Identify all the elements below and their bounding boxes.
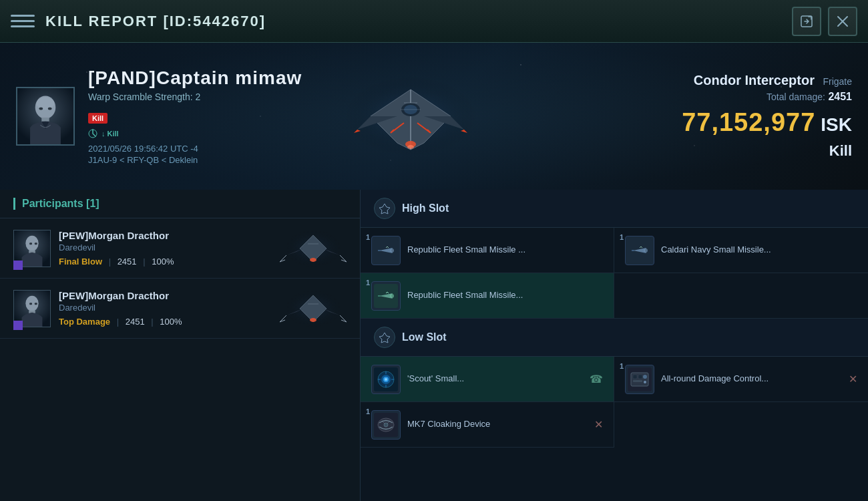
- delete-cloak[interactable]: ✕: [594, 418, 603, 431]
- item-icon-cloak: [371, 410, 401, 440]
- ship-type: Frigate: [823, 76, 852, 87]
- high-slot-section: High Slot 1: [361, 190, 868, 319]
- low-slot-header: Low Slot: [361, 319, 868, 357]
- kill-result: Kill: [682, 142, 852, 160]
- participants-label: Participants: [22, 198, 83, 209]
- participant-ship-img-2: [280, 285, 347, 332]
- damage-value: 2451: [828, 91, 852, 102]
- svg-point-52: [643, 375, 647, 379]
- item-icon-scout: [371, 365, 401, 394]
- participants-header: Participants [1]: [0, 190, 360, 218]
- damage-1: 2451: [118, 257, 137, 267]
- item-qty-dc: 1: [620, 362, 624, 370]
- avatar-inner: [17, 88, 73, 144]
- rank-badge-1: [13, 261, 23, 270]
- avatar: [16, 87, 75, 146]
- ship-image: [317, 56, 504, 176]
- item-icon-2: [625, 236, 654, 265]
- svg-rect-28: [29, 303, 32, 305]
- menu-icon[interactable]: [11, 9, 35, 33]
- item-name-scout: 'Scout' Small...: [407, 373, 586, 385]
- svg-point-42: [385, 378, 387, 381]
- low-slot-icon: [374, 327, 395, 348]
- item-name-1: Republic Fleet Small Missile ...: [407, 244, 603, 256]
- svg-rect-8: [48, 108, 52, 110]
- item-name-2: Caldari Navy Small Missile...: [661, 244, 857, 256]
- slot-item-1[interactable]: 1 Republic Fleet Small Missile ...: [361, 228, 614, 273]
- slot-item-damage-ctrl[interactable]: 1 All-round Damage Con: [614, 357, 868, 402]
- slot-item-3[interactable]: 1 Republic Fleet Small Missile...: [361, 273, 614, 319]
- header-title: KILL REPORT [ID:5442670]: [45, 13, 266, 30]
- isk-label: ISK: [821, 114, 852, 136]
- participant-ship-img-1: [280, 225, 347, 272]
- svg-rect-20: [29, 242, 32, 244]
- rank-badge-2: [13, 321, 23, 330]
- top-damage-label: Top Damage: [59, 317, 110, 327]
- svg-point-53: [644, 381, 646, 383]
- item-qty-2: 1: [620, 233, 624, 241]
- percent-1: 100%: [152, 257, 174, 267]
- export-button[interactable]: [792, 7, 821, 36]
- participant-row-2[interactable]: [PEW]Morgan Dracthor Daredevil Top Damag…: [0, 279, 360, 339]
- svg-point-23: [310, 258, 316, 262]
- final-blow-label: Final Blow: [59, 257, 102, 267]
- high-slot-icon: [374, 198, 395, 219]
- percent-2: 100%: [160, 317, 182, 327]
- hero-stats: Condor Interceptor Frigate Total damage:…: [682, 73, 852, 160]
- kill-label: ↓ Kill: [101, 130, 119, 138]
- svg-point-6: [37, 97, 55, 110]
- svg-rect-49: [633, 375, 637, 379]
- svg-rect-29: [35, 303, 37, 305]
- participants-title: Participants [1]: [13, 198, 99, 210]
- person-icon: ☎: [590, 373, 603, 385]
- slot-item-cloaking[interactable]: 1 MK7 Cloaking Device: [361, 402, 614, 448]
- header: KILL REPORT [ID:5442670]: [0, 0, 868, 43]
- svg-rect-7: [39, 108, 43, 110]
- kill-report-label: KILL REPORT: [45, 13, 158, 29]
- svg-point-31: [310, 318, 316, 322]
- item-icon-1: [371, 236, 401, 265]
- participant-row[interactable]: [PEW]Morgan Dracthor Daredevil Final Blo…: [0, 218, 360, 279]
- high-slot-title: High Slot: [402, 202, 449, 214]
- low-slot-items: 'Scout' Small... ☎ 1: [361, 357, 868, 448]
- ship-name: Condor Interceptor: [694, 73, 815, 88]
- ship-area: [234, 43, 588, 190]
- hero-section: [PAND]Captain mimaw Warp Scramble Streng…: [0, 43, 868, 190]
- delete-dc[interactable]: ✕: [849, 373, 857, 385]
- item-icon-3: [371, 281, 401, 311]
- close-button[interactable]: [828, 7, 857, 36]
- item-qty-1: 1: [366, 233, 370, 241]
- kill-badge: Kill: [88, 113, 107, 124]
- participants-count: [1]: [86, 198, 99, 209]
- kill-report-id: [ID:5442670]: [163, 13, 266, 29]
- empty-cell: [614, 273, 868, 319]
- slot-item-2[interactable]: 1 Caldari Navy Small Missile...: [614, 228, 868, 273]
- svg-rect-21: [35, 242, 37, 244]
- svg-point-33: [390, 248, 394, 253]
- slot-item-scout[interactable]: 'Scout' Small... ☎: [361, 357, 614, 402]
- low-slot-section: Low Slot: [361, 319, 868, 448]
- right-panel: High Slot 1: [361, 190, 868, 501]
- left-panel: Participants [1]: [0, 190, 361, 501]
- svg-point-15: [407, 145, 414, 149]
- header-actions: [792, 7, 857, 36]
- item-icon-dc: [625, 365, 654, 394]
- item-qty-3: 1: [366, 279, 370, 287]
- item-name-cloak: MK7 Cloaking Device: [407, 419, 590, 430]
- item-name-dc: All-round Damage Control...: [661, 373, 845, 385]
- damage-2: 2451: [126, 317, 145, 327]
- isk-value: 77,152,977: [682, 108, 815, 137]
- damage-label: Total damage:: [767, 92, 825, 102]
- high-slot-items: 1 Republic Fleet Small Missile ...: [361, 228, 868, 319]
- main-content: Participants [1]: [0, 190, 868, 501]
- svg-rect-50: [638, 375, 642, 379]
- svg-point-37: [390, 294, 394, 298]
- svg-point-35: [644, 248, 648, 253]
- high-slot-header: High Slot: [361, 190, 868, 228]
- item-qty-cloak: 1: [366, 407, 370, 415]
- item-name-3: Republic Fleet Small Missile...: [407, 290, 603, 301]
- low-slot-title: Low Slot: [402, 331, 447, 343]
- svg-rect-51: [633, 380, 642, 382]
